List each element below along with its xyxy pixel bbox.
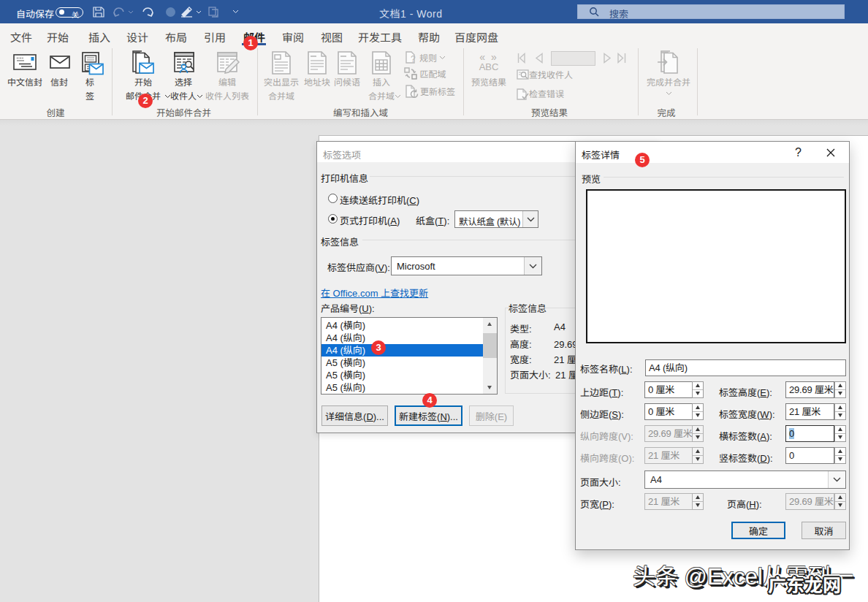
- svg-text:?: ?: [411, 54, 416, 64]
